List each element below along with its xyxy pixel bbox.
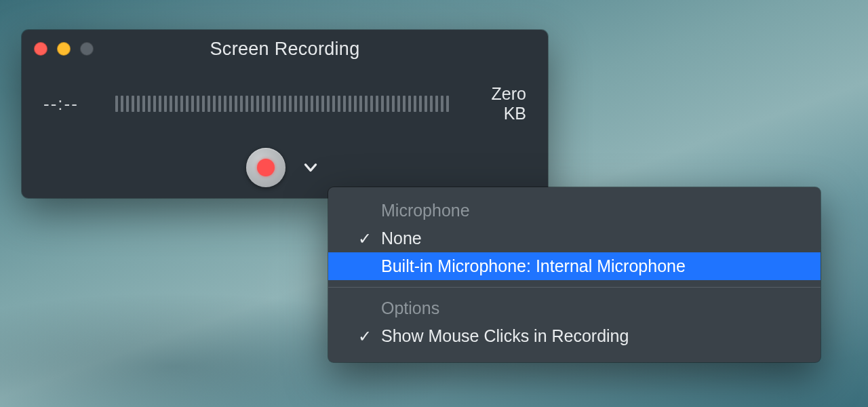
elapsed-time: --:-- [43,94,99,115]
options-dropdown-button[interactable] [298,155,323,180]
options-menu: Microphone ✓ None Built-in Microphone: I… [328,187,821,362]
menu-item-show-clicks[interactable]: ✓ Show Mouse Clicks in Recording [328,322,821,350]
window-title: Screen Recording [22,39,548,60]
screen-recording-window: Screen Recording --:-- Zero KB [22,30,548,198]
window-controls [34,42,94,56]
menu-separator [328,287,821,288]
chevron-down-icon [302,159,319,176]
file-size: Zero KB [465,84,526,123]
audio-level-meter [115,94,449,114]
record-icon [257,159,275,176]
status-row: --:-- Zero KB [22,84,548,123]
menu-item-mic-builtin[interactable]: Built-in Microphone: Internal Microphone [328,252,821,280]
controls-row [22,148,548,187]
menu-item-label: Built-in Microphone: Internal Microphone [381,256,686,276]
checkmark-icon: ✓ [349,327,381,346]
minimize-window-button[interactable] [57,42,71,56]
menu-section-options: Options [328,294,821,322]
close-window-button[interactable] [34,42,47,56]
menu-item-label: None [381,229,422,248]
zoom-window-button[interactable] [80,42,94,56]
menu-item-label: Show Mouse Clicks in Recording [381,326,629,346]
menu-section-microphone: Microphone [328,197,821,225]
record-button[interactable] [246,148,285,187]
menu-item-mic-none[interactable]: ✓ None [328,225,821,252]
titlebar: Screen Recording [22,30,548,68]
checkmark-icon: ✓ [349,229,381,248]
